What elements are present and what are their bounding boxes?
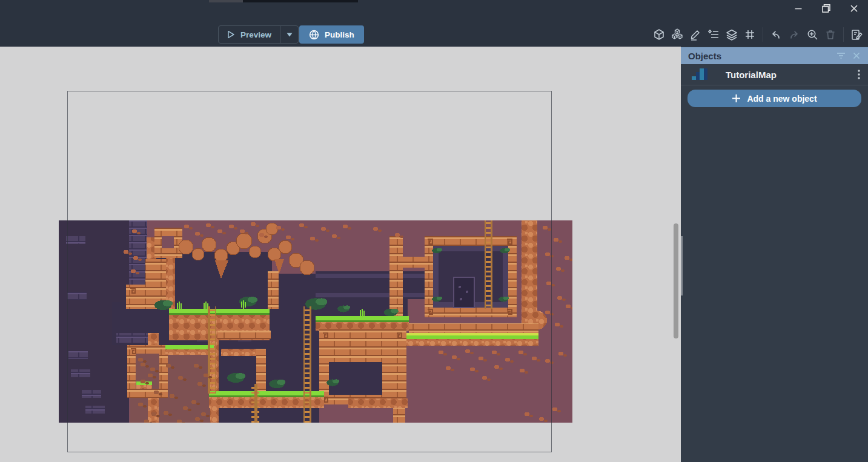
window-controls: [784, 0, 868, 17]
panel-divider: [681, 85, 868, 85]
close-panel-button[interactable]: [849, 49, 864, 62]
delete-icon[interactable]: [823, 27, 838, 42]
grid-icon[interactable]: [742, 27, 758, 42]
publish-button-label: Publish: [325, 30, 354, 39]
object-options-menu-button[interactable]: [850, 65, 868, 84]
close-icon: [853, 52, 860, 59]
object-list-item-tutorialmap[interactable]: TutorialMap: [681, 64, 868, 85]
plus-icon: [732, 94, 741, 103]
preview-button[interactable]: Preview: [219, 26, 280, 43]
globe-icon: [309, 30, 319, 40]
zoom-in-icon[interactable]: [804, 27, 820, 42]
restore-button[interactable]: [812, 0, 840, 17]
3d-box-icon[interactable]: [651, 27, 667, 42]
minimize-icon: [794, 4, 803, 13]
titlebar: [0, 0, 868, 22]
toolbar-separator: [843, 27, 844, 42]
publish-button[interactable]: Publish: [299, 25, 364, 44]
toolbar-icon-group: [651, 25, 864, 44]
top-tab-strip: [209, 0, 358, 2]
redo-icon[interactable]: [786, 27, 802, 42]
panel-scrollbar[interactable]: [681, 236, 683, 295]
layers-icon[interactable]: [724, 27, 740, 42]
preview-button-group: Preview: [218, 25, 299, 44]
toolbar: Preview Publish: [0, 22, 868, 47]
objects-panel-header: Objects: [681, 47, 868, 64]
objects-panel: Objects Tu: [681, 47, 868, 462]
play-icon: [226, 30, 236, 39]
filter-icon: [837, 52, 846, 59]
kebab-menu-icon: [858, 70, 860, 79]
preview-button-label: Preview: [240, 30, 271, 39]
toolbar-separator: [763, 27, 763, 42]
canvas-vertical-scrollbar[interactable]: [674, 223, 678, 338]
scene-bounds-rectangle: [67, 91, 552, 452]
close-icon: [850, 4, 858, 13]
chevron-down-icon: [287, 33, 293, 37]
tilemap-thumbnail-icon: [692, 68, 707, 81]
filter-objects-button[interactable]: [833, 49, 849, 62]
add-new-object-button[interactable]: Add a new object: [687, 90, 861, 107]
undo-icon[interactable]: [768, 27, 784, 42]
edit-pencil-icon[interactable]: [687, 27, 703, 42]
restore-icon: [821, 4, 831, 13]
add-new-object-label: Add a new object: [747, 94, 817, 104]
objects-panel-title: Objects: [681, 51, 833, 61]
close-button[interactable]: [840, 0, 868, 17]
scene-editor-canvas[interactable]: [0, 47, 681, 462]
preview-options-dropdown[interactable]: [280, 26, 298, 43]
minimize-button[interactable]: [784, 0, 812, 17]
instances-list-icon[interactable]: [706, 27, 721, 42]
object-name: TutorialMap: [726, 70, 850, 80]
objects-group-icon[interactable]: [669, 27, 685, 42]
gdevelop-editor-window: Preview Publish: [0, 0, 868, 462]
edit-scene-properties-icon[interactable]: [849, 27, 864, 42]
